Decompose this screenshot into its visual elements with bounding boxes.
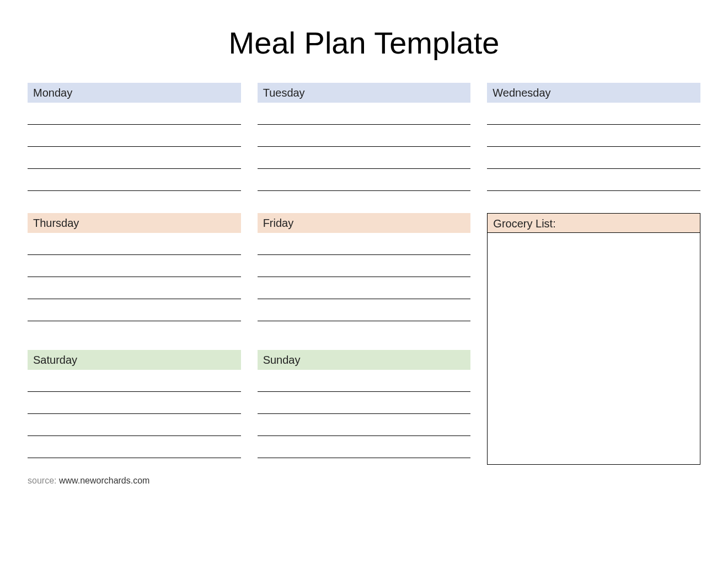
grocery-list-header: Grocery List:: [487, 213, 700, 233]
write-line: [258, 237, 471, 255]
footer-source: source: www.neworchards.com: [28, 476, 700, 486]
write-line: [258, 107, 471, 125]
write-line: [28, 173, 241, 191]
day-header-monday: Monday: [28, 83, 241, 103]
write-line: [258, 374, 471, 392]
write-line: [487, 129, 700, 147]
write-line: [487, 151, 700, 169]
day-header-friday: Friday: [258, 213, 471, 233]
write-line: [258, 173, 471, 191]
write-line: [28, 282, 241, 299]
write-line: [28, 259, 241, 277]
grocery-list-cell: Grocery List:: [487, 213, 700, 465]
day-lines-thursday: [28, 237, 241, 321]
day-lines-wednesday: [487, 107, 700, 191]
day-cell-saturday: Saturday: [28, 350, 241, 465]
day-cell-tuesday: Tuesday: [258, 83, 471, 191]
day-header-thursday: Thursday: [28, 213, 241, 233]
write-line: [258, 259, 471, 277]
day-lines-sunday: [258, 374, 471, 458]
source-url: www.neworchards.com: [59, 476, 150, 485]
day-cell-wednesday: Wednesday: [487, 83, 700, 191]
day-header-saturday: Saturday: [28, 350, 241, 370]
day-cell-thursday: Thursday: [28, 213, 241, 328]
source-label: source:: [28, 476, 59, 485]
write-line: [258, 129, 471, 147]
write-line: [28, 396, 241, 414]
grocery-list-box: [487, 233, 700, 465]
write-line: [28, 440, 241, 458]
day-cell-friday: Friday: [258, 213, 471, 328]
day-header-sunday: Sunday: [258, 350, 471, 370]
write-line: [258, 282, 471, 299]
write-line: [28, 418, 241, 436]
day-lines-saturday: [28, 374, 241, 458]
write-line: [487, 173, 700, 191]
day-lines-monday: [28, 107, 241, 191]
write-line: [487, 107, 700, 125]
write-line: [28, 374, 241, 392]
day-lines-tuesday: [258, 107, 471, 191]
day-header-wednesday: Wednesday: [487, 83, 700, 103]
day-cell-sunday: Sunday: [258, 350, 471, 465]
write-line: [258, 440, 471, 458]
day-lines-friday: [258, 237, 471, 321]
write-line: [28, 304, 241, 321]
write-line: [258, 304, 471, 321]
day-cell-monday: Monday: [28, 83, 241, 191]
day-header-tuesday: Tuesday: [258, 83, 471, 103]
write-line: [258, 396, 471, 414]
write-line: [28, 151, 241, 169]
write-line: [28, 129, 241, 147]
write-line: [28, 237, 241, 255]
meal-plan-grid: Monday Tuesday Wednesday Thursday: [28, 83, 700, 465]
write-line: [28, 107, 241, 125]
page-title: Meal Plan Template: [28, 25, 700, 61]
write-line: [258, 151, 471, 169]
write-line: [258, 418, 471, 436]
